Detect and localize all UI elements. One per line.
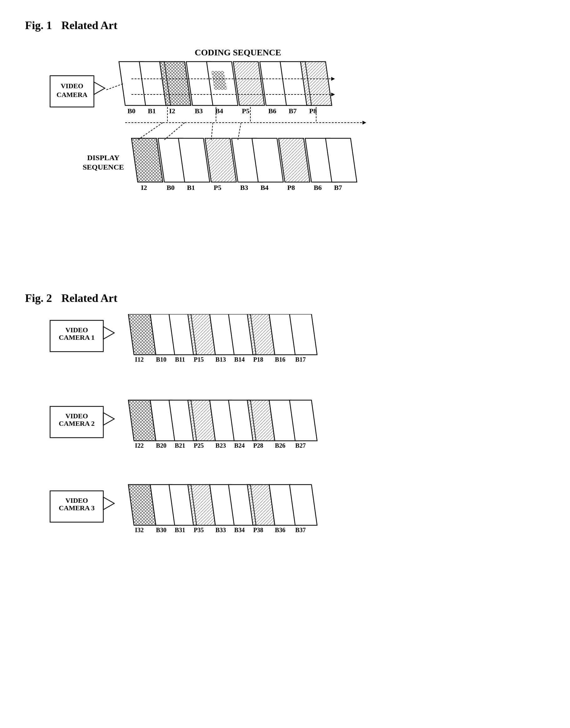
disp-arrow3 (211, 123, 213, 140)
cam1-lens (103, 326, 114, 339)
svg-text:B21: B21 (175, 442, 185, 449)
svg-text:I22: I22 (135, 442, 144, 449)
svg-text:B10: B10 (156, 356, 166, 363)
disp-arrow4 (238, 123, 241, 140)
camera-lens-fig1 (94, 82, 105, 94)
svg-text:B24: B24 (234, 442, 245, 449)
svg-text:B20: B20 (156, 442, 166, 449)
cam1-label1: VIDEO (65, 326, 88, 334)
fig2-diagram: VIDEO CAMERA 1 I12 B10 B11 P15 (44, 314, 545, 596)
fig1-number: Fig. 1 (25, 19, 52, 32)
svg-text:I12: I12 (135, 356, 144, 363)
fig1-diagram: CODING SEQUENCE VIDEO CAMERA B0 B1 (44, 41, 545, 254)
svg-text:P8: P8 (309, 107, 317, 115)
svg-text:B7: B7 (334, 184, 342, 191)
svg-text:B4: B4 (260, 184, 269, 191)
display-seq-line2: SEQUENCE (83, 163, 124, 171)
svg-text:I32: I32 (135, 527, 144, 533)
svg-text:B13: B13 (215, 356, 226, 363)
svg-text:B1: B1 (148, 107, 156, 115)
cam2-label1: VIDEO (65, 412, 88, 420)
svg-text:B3: B3 (240, 184, 248, 191)
fig2-number: Fig. 2 (25, 291, 52, 305)
svg-text:B27: B27 (295, 442, 305, 449)
frame-P8: P8 (300, 62, 332, 115)
svg-text:B4: B4 (215, 107, 223, 115)
svg-text:B17: B17 (295, 356, 305, 363)
fig1-svg: CODING SEQUENCE VIDEO CAMERA B0 B1 (44, 41, 545, 254)
arrow-head-top (331, 77, 335, 81)
svg-text:B11: B11 (175, 356, 185, 363)
fig2-label: Fig. 2 Related Art (25, 291, 545, 305)
svg-text:B6: B6 (314, 184, 322, 191)
svg-text:B23: B23 (215, 442, 226, 449)
svg-text:P5: P5 (242, 107, 250, 115)
svg-text:B36: B36 (275, 527, 285, 533)
fig1-label: Fig. 1 Related Art (25, 19, 545, 32)
svg-marker-24 (131, 138, 163, 182)
frame-P5-display: P5 (205, 138, 236, 191)
frame-P8-display: P8 (279, 138, 310, 191)
svg-text:P38: P38 (253, 527, 263, 533)
frame-P5: P5 (233, 62, 265, 115)
svg-text:P25: P25 (194, 442, 204, 449)
frame-I2-coding: I2 (160, 62, 191, 115)
cam2-lens (103, 413, 114, 425)
page: Fig. 1 Related Art CODING SEQUENCE VIDEO… (0, 0, 570, 728)
svg-text:B7: B7 (289, 107, 297, 115)
svg-text:P28: P28 (253, 442, 263, 449)
frame-B1-display: B1 (179, 138, 210, 191)
disp-arrow-head (362, 121, 366, 124)
frame-I2-display: I2 (131, 138, 163, 191)
camera-label-line1-fig1: VIDEO (61, 82, 83, 90)
svg-text:B37: B37 (295, 527, 305, 533)
frame-B7-display: B7 (325, 138, 357, 191)
svg-marker-30 (205, 138, 236, 182)
camera-label-line2-fig1: CAMERA (57, 91, 88, 99)
svg-text:I2: I2 (141, 184, 147, 191)
frame-B4: B4 (207, 62, 238, 115)
svg-text:B16: B16 (275, 356, 285, 363)
svg-text:I2: I2 (169, 107, 175, 115)
cam1-label2: CAMERA 1 (59, 333, 94, 341)
svg-text:B33: B33 (215, 527, 226, 533)
svg-text:P35: P35 (194, 527, 204, 533)
svg-text:B3: B3 (195, 107, 203, 115)
svg-text:P5: P5 (214, 184, 221, 191)
svg-text:P8: P8 (287, 184, 295, 191)
cam3-lens (103, 497, 114, 510)
cam3-label1: VIDEO (65, 497, 88, 504)
disp-arrow1 (138, 123, 163, 140)
svg-text:B31: B31 (175, 527, 185, 533)
arrow-head-bottom (331, 93, 335, 96)
coding-sequence-label: CODING SEQUENCE (195, 48, 281, 57)
frame-B17: B17 (290, 314, 317, 363)
fig2-svg: VIDEO CAMERA 1 I12 B10 B11 P15 (44, 314, 545, 596)
svg-text:B6: B6 (268, 107, 276, 115)
svg-text:B30: B30 (156, 527, 166, 533)
fig2-title: Related Art (61, 291, 117, 305)
svg-text:B0: B0 (167, 184, 175, 191)
disp-arrow2 (164, 123, 185, 140)
cam3-label2: CAMERA 3 (59, 504, 94, 512)
frame-B27: B27 (290, 400, 317, 449)
arrow-camera-to-frames (106, 83, 123, 90)
svg-text:P15: P15 (194, 356, 204, 363)
svg-marker-16 (233, 62, 265, 105)
svg-text:P18: P18 (253, 356, 263, 363)
svg-text:B34: B34 (234, 527, 245, 533)
svg-text:B0: B0 (127, 107, 135, 115)
svg-text:B14: B14 (234, 356, 245, 363)
svg-text:B26: B26 (275, 442, 285, 449)
display-seq-line1: DISPLAY (87, 154, 119, 162)
svg-marker-36 (279, 138, 310, 182)
frame-B4-display: B4 (252, 138, 283, 191)
frame-B37: B37 (290, 485, 317, 533)
cam2-label2: CAMERA 2 (59, 420, 94, 427)
svg-text:B1: B1 (187, 184, 195, 191)
fig1-title: Related Art (61, 19, 117, 32)
